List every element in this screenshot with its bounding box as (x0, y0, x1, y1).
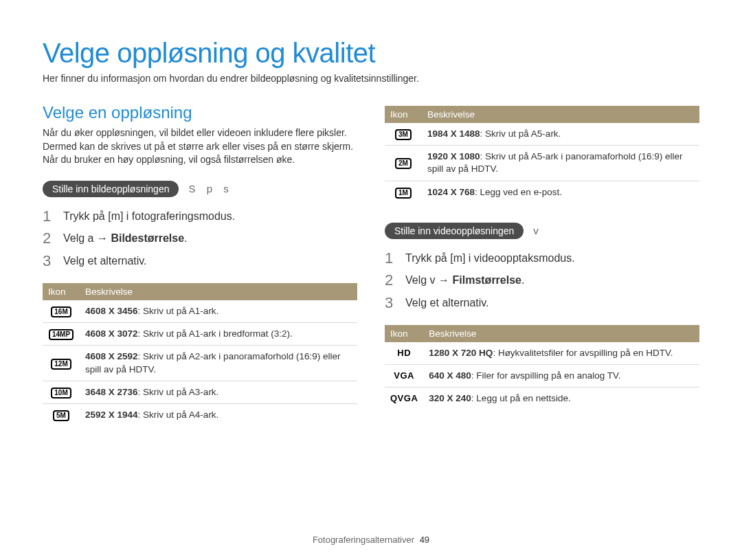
image-resolution-table-cont: Ikon Beskrivelse 3M1984 X 1488: Skriv ut… (385, 106, 699, 203)
table-row: HD1280 X 720 HQ: Høykvalitetsfiler for a… (385, 342, 699, 365)
step-arrow: → (436, 274, 453, 286)
description-cell: 2592 X 1944: Skriv ut på A4-ark. (80, 404, 357, 427)
step-number: 2 (385, 273, 396, 288)
table-row: 12M4608 X 2592: Skriv ut på A2-ark i pan… (43, 346, 357, 381)
image-resolution-table: Ikon Beskrivelse 16M4608 X 3456: Skriv u… (43, 283, 357, 426)
step-item: 3 Velg et alternativ. (43, 250, 357, 272)
step-text: Velg (63, 232, 88, 244)
table-row: 16M4608 X 3456: Skriv ut på A1-ark. (43, 300, 357, 323)
resolution-icon: VGA (394, 370, 414, 382)
table-row: 14MP4608 X 3072: Skriv ut på A1-ark i br… (43, 323, 357, 346)
th-icon: Ikon (385, 106, 422, 123)
resolution-icon: 3M (395, 129, 412, 140)
step-bold: Bildestørrelse (111, 232, 184, 244)
intro-paragraph: Når du øker oppløsningen, vil bildet ell… (43, 126, 357, 167)
step-symbol: m (111, 210, 120, 222)
step-item: 3 Velg et alternativ. (385, 292, 699, 314)
description-cell: 4608 X 2592: Skriv ut på A2-ark i panora… (80, 346, 357, 381)
table-row: 10M3648 X 2736: Skriv ut på A3-ark. (43, 381, 357, 403)
icon-cell: 3M (385, 123, 422, 146)
description-cell: 3648 X 2736: Skriv ut på A3-ark. (80, 381, 357, 403)
step-item: 1 Trykk på [m] i fotograferingsmodus. (43, 205, 357, 227)
page-number: 49 (420, 535, 429, 545)
step-text: ] i videoopptaksmodus. (462, 252, 575, 264)
step-text: Velg (405, 274, 430, 286)
resolution-icon: 16M (51, 306, 71, 317)
pill-image-resolution: Stille inn bildeoppløsningen (43, 181, 179, 197)
table-row: 3M1984 X 1488: Skriv ut på A5-ark. (385, 123, 699, 146)
footer-text: Fotograferingsalternativer (313, 535, 414, 545)
step-text: Trykk på [ (63, 210, 111, 222)
step-arrow: → (94, 232, 111, 244)
steps-list: 1 Trykk på [m] i fotograferingsmodus. 2 … (43, 205, 357, 272)
step-text: . (184, 232, 187, 244)
icon-cell: 10M (43, 381, 80, 403)
resolution-icon: 10M (51, 388, 71, 399)
icon-cell: 12M (43, 346, 80, 381)
icon-cell: 5M (43, 404, 80, 427)
description-cell: 4608 X 3456: Skriv ut på A1-ark. (80, 300, 357, 323)
step-text: Velg et alternativ. (405, 295, 489, 311)
resolution-icon: QVGA (390, 392, 418, 405)
step-text: Trykk på [ (405, 252, 453, 264)
resolution-icon: 2M (395, 158, 412, 169)
pill-video-resolution: Stille inn videooppløsningen (385, 223, 524, 239)
step-item: 1 Trykk på [m] i videoopptaksmodus. (385, 247, 699, 269)
step-item: 2 Velg a → Bildestørrelse. (43, 227, 357, 249)
resolution-icon: HD (397, 347, 411, 359)
step-text: Velg et alternativ. (63, 254, 147, 269)
description-cell: 1024 X 768: Legg ved en e-post. (422, 181, 699, 203)
step-symbol: a (88, 232, 94, 244)
icon-cell: HD (385, 342, 423, 365)
step-symbol: v (430, 274, 436, 286)
steps-list: 1 Trykk på [m] i videoopptaksmodus. 2 Ve… (385, 247, 699, 314)
icon-cell: 14MP (43, 323, 80, 346)
page-subtitle: Her finner du informasjon om hvordan du … (43, 73, 699, 84)
icon-cell: 2M (385, 146, 422, 181)
mode-letters: S p s (188, 183, 232, 194)
th-description: Beskrivelse (422, 106, 699, 123)
step-symbol: m (453, 252, 462, 264)
th-description: Beskrivelse (423, 325, 699, 342)
section-heading: Velge en oppløsning (43, 103, 357, 122)
step-number: 1 (385, 251, 396, 266)
resolution-icon: 12M (51, 359, 71, 370)
resolution-icon: 1M (395, 188, 412, 199)
step-number: 3 (43, 254, 54, 269)
table-row: 2M1920 X 1080: Skriv ut på A5-ark i pano… (385, 146, 699, 181)
th-icon: Ikon (385, 325, 423, 342)
description-cell: 1280 X 720 HQ: Høykvalitetsfiler for avs… (423, 342, 699, 365)
resolution-icon: 14MP (49, 329, 74, 340)
step-item: 2 Velg v → Filmstørrelse. (385, 269, 699, 291)
description-cell: 1920 X 1080: Skriv ut på A5-ark i panora… (422, 146, 699, 181)
step-number: 2 (43, 231, 54, 246)
th-icon: Ikon (43, 283, 80, 300)
description-cell: 1984 X 1488: Skriv ut på A5-ark. (422, 123, 699, 146)
step-bold: Filmstørrelse (452, 274, 521, 286)
description-cell: 320 X 240: Legg ut på en nettside. (423, 388, 699, 410)
table-row: QVGA320 X 240: Legg ut på en nettside. (385, 388, 699, 410)
table-row: VGA640 X 480: Filer for avspilling på en… (385, 365, 699, 388)
table-row: 5M2592 X 1944: Skriv ut på A4-ark. (43, 404, 357, 427)
description-cell: 4608 X 3072: Skriv ut på A1-ark i bredfo… (80, 323, 357, 346)
step-number: 1 (43, 209, 54, 224)
icon-cell: 16M (43, 300, 80, 323)
video-resolution-table: Ikon Beskrivelse HD1280 X 720 HQ: Høykva… (385, 325, 699, 410)
th-description: Beskrivelse (80, 283, 357, 300)
description-cell: 640 X 480: Filer for avspilling på en an… (423, 365, 699, 388)
mode-letters: v (533, 225, 543, 236)
page-title: Velge oppløsning og kvalitet (43, 38, 699, 69)
icon-cell: QVGA (385, 388, 423, 410)
resolution-icon: 5M (53, 410, 69, 421)
page-footer: Fotograferingsalternativer 49 (0, 535, 742, 545)
step-number: 3 (385, 295, 396, 311)
step-text: ] i fotograferingsmodus. (120, 210, 235, 222)
icon-cell: 1M (385, 181, 422, 203)
step-text: . (521, 274, 524, 286)
table-row: 1M1024 X 768: Legg ved en e-post. (385, 181, 699, 203)
icon-cell: VGA (385, 365, 423, 388)
